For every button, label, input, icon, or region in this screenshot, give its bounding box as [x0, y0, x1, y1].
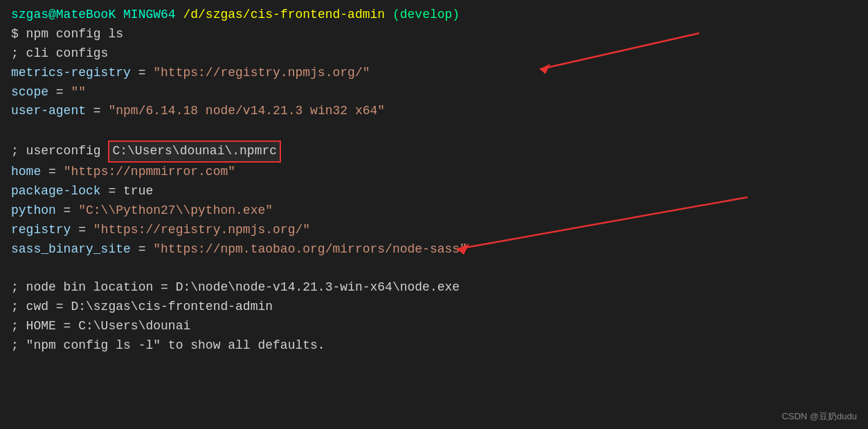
watermark: CSDN @豆奶dudu [781, 410, 857, 423]
command-line: $ npm config ls [11, 25, 857, 44]
home-comment-line: ; HOME = C:\Users\dounai [11, 317, 857, 336]
sass-binary-site-line: sass_binary_site = "https://npm.taobao.o… [11, 240, 857, 259]
cli-configs-comment: ; cli configs [11, 44, 857, 64]
python-key: python [11, 201, 56, 221]
command-text: $ npm config ls [11, 25, 123, 44]
prompt-path-line: szgas@MateBooK MINGW64 /d/szgas/cis-fron… [11, 6, 857, 25]
home-comment: ; HOME = C:\Users\dounai [11, 317, 190, 336]
registry-val: "https://registry.npmjs.org/" [93, 221, 310, 240]
metrics-registry-key: metrics-registry [11, 64, 131, 83]
user-agent-line: user-agent = "npm/6.14.18 node/v14.21.3 … [11, 102, 857, 121]
userconfig-path-highlight: C:\Users\dounai\.npmrc [108, 140, 281, 163]
cwd-comment: ; cwd = D:\szgas\cis-frontend-admin [11, 298, 273, 317]
scope-val: "" [71, 83, 86, 102]
terminal-window: szgas@MateBooK MINGW64 /d/szgas/cis-fron… [0, 0, 868, 429]
package-lock-line: package-lock = true [11, 182, 857, 201]
package-lock-key: package-lock [11, 182, 101, 201]
metrics-registry-line: metrics-registry = "https://registry.npm… [11, 64, 857, 83]
empty-line-1 [11, 121, 857, 140]
cwd-line: ; cwd = D:\szgas\cis-frontend-admin [11, 298, 857, 317]
python-line: python = "C:\\Python27\\python.exe" [11, 201, 857, 221]
branch: (develop) [392, 6, 460, 25]
user-agent-key: user-agent [11, 102, 86, 121]
node-bin-comment: ; node bin location = D:\node\node-v14.2… [11, 278, 460, 298]
home-key: home [11, 163, 41, 182]
node-bin-line: ; node bin location = D:\node\node-v14.2… [11, 278, 857, 298]
defaults-comment: ; "npm config ls -l" to show all default… [11, 336, 325, 356]
userconfig-prefix: ; userconfig [11, 142, 108, 161]
defaults-line: ; "npm config ls -l" to show all default… [11, 336, 857, 356]
path: /d/szgas/cis-frontend-admin [183, 6, 385, 25]
sass-binary-site-val: "https://npm.taobao.org/mirrors/node-sas… [153, 240, 467, 259]
python-val: "C:\\Python27\\python.exe" [78, 201, 273, 221]
empty-line-2 [11, 259, 857, 279]
userconfig-line: ; userconfig C:\Users\dounai\.npmrc [11, 140, 857, 163]
home-line: home = "https://npmmirror.com" [11, 163, 857, 182]
user-agent-val: "npm/6.14.18 node/v14.21.3 win32 x64" [108, 102, 385, 121]
scope-line: scope = "" [11, 83, 857, 102]
username: szgas@MateBooK MINGW64 [11, 6, 176, 25]
sass-binary-site-key: sass_binary_site [11, 240, 131, 259]
registry-key: registry [11, 221, 71, 240]
comment-text: ; cli configs [11, 44, 108, 64]
metrics-registry-val: "https://registry.npmjs.org/" [153, 64, 370, 83]
home-val: "https://npmmirror.com" [64, 163, 235, 182]
scope-key: scope [11, 83, 48, 102]
package-lock-val: true [123, 182, 153, 201]
registry-line: registry = "https://registry.npmjs.org/" [11, 221, 857, 240]
